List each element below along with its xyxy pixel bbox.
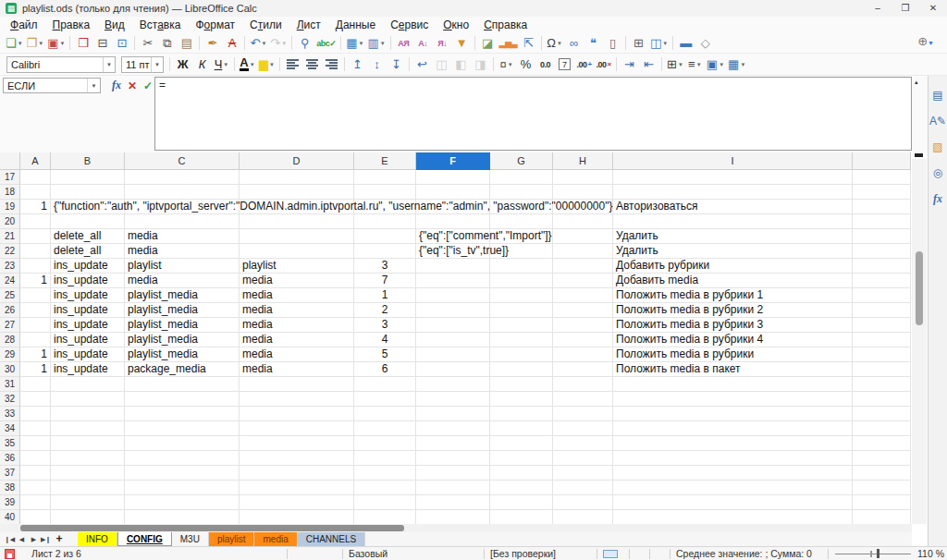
- insert-column-button[interactable]: ▥▼: [367, 34, 387, 53]
- dropdown-arrow-icon[interactable]: ▼: [359, 41, 364, 46]
- cell-I20[interactable]: [613, 214, 853, 229]
- column-header-C[interactable]: C: [125, 152, 240, 170]
- sheet-tab-media[interactable]: media: [254, 532, 297, 546]
- row-header-21[interactable]: 21: [0, 229, 20, 244]
- cell-filler[interactable]: [853, 303, 911, 318]
- align-right-button[interactable]: [323, 55, 340, 74]
- cell-C17[interactable]: [125, 170, 240, 185]
- clone-formatting-button[interactable]: ✒: [203, 34, 221, 53]
- cell-E37[interactable]: [354, 466, 416, 481]
- cell-E22[interactable]: [354, 244, 416, 259]
- cell-I38[interactable]: [613, 481, 853, 495]
- print-area-button[interactable]: ⊞: [630, 34, 647, 53]
- add-decimal-button[interactable]: .00+: [575, 55, 593, 74]
- dropdown-arrow-icon[interactable]: ▼: [18, 41, 23, 46]
- remove-decimal-button[interactable]: .00×: [595, 55, 612, 74]
- cell-C22[interactable]: media: [125, 244, 240, 259]
- wrap-text-button[interactable]: ↩: [413, 55, 431, 74]
- cell-F38[interactable]: [416, 481, 490, 495]
- center-vertically-button[interactable]: ↕: [368, 55, 386, 74]
- cell-B35[interactable]: [51, 436, 125, 451]
- cell-I36[interactable]: [613, 451, 853, 466]
- cell-H35[interactable]: [553, 436, 613, 451]
- cell-filler[interactable]: [853, 244, 911, 259]
- row-header-29[interactable]: 29: [0, 347, 20, 362]
- cell-E34[interactable]: [354, 421, 416, 436]
- cell-E21[interactable]: [354, 229, 416, 244]
- cell-E25[interactable]: 1: [354, 288, 416, 303]
- cell-filler[interactable]: [853, 362, 911, 377]
- cell-E24[interactable]: 7: [354, 274, 416, 288]
- cell-filler[interactable]: [853, 333, 911, 347]
- cell-E28[interactable]: 4: [354, 333, 416, 347]
- cell-F18[interactable]: [416, 185, 490, 200]
- dropdown-arrow-icon[interactable]: ▼: [223, 62, 228, 67]
- cell-E17[interactable]: [354, 170, 416, 185]
- cell-D20[interactable]: [240, 214, 354, 229]
- sheet-tab-playlist[interactable]: playlist: [209, 532, 255, 546]
- cell-A38[interactable]: [20, 481, 51, 495]
- cell-E32[interactable]: [354, 392, 416, 407]
- page-style[interactable]: Базовый: [349, 548, 387, 560]
- cell-filler[interactable]: [853, 421, 911, 436]
- cell-C27[interactable]: playlist_media: [125, 318, 240, 333]
- cell-H25[interactable]: [553, 288, 613, 303]
- cell-G30[interactable]: [490, 362, 553, 377]
- cell-F31[interactable]: [416, 377, 490, 392]
- undo-button[interactable]: ↶▼: [249, 34, 267, 53]
- accept-button[interactable]: ✓: [141, 78, 155, 93]
- cell-I31[interactable]: [613, 377, 853, 392]
- cell-E18[interactable]: [354, 185, 416, 200]
- save-button[interactable]: ▣▼: [46, 34, 66, 53]
- font-color-button[interactable]: А▼: [239, 55, 256, 74]
- cell-D34[interactable]: [240, 421, 354, 436]
- cell-D26[interactable]: media: [240, 303, 354, 318]
- cell-H20[interactable]: [553, 214, 613, 229]
- column-header-G[interactable]: G: [490, 152, 553, 170]
- cell-F22[interactable]: {"eq":["is_tv",true]}: [416, 244, 490, 259]
- freeze-panes-button[interactable]: ◫▼: [649, 34, 669, 53]
- border-style-button[interactable]: ≡▼: [686, 55, 704, 74]
- cell-G17[interactable]: [490, 170, 553, 185]
- column-header-D[interactable]: D: [240, 152, 354, 170]
- validity[interactable]: [Без проверки]: [490, 548, 556, 560]
- cell-filler[interactable]: [853, 407, 911, 421]
- restore-button[interactable]: ❐: [892, 0, 919, 17]
- close-button[interactable]: ✕: [919, 0, 947, 17]
- cell-B27[interactable]: ins_update: [51, 318, 125, 333]
- menu-item-insert[interactable]: Вставка: [132, 18, 189, 32]
- cell-C31[interactable]: [125, 377, 240, 392]
- cell-A39[interactable]: [20, 495, 51, 510]
- cell-A36[interactable]: [20, 451, 51, 466]
- dropdown-arrow-icon[interactable]: ▼: [557, 41, 562, 46]
- cell-I28[interactable]: Положить media в рубрики 4: [613, 333, 853, 347]
- cell-H21[interactable]: [553, 229, 613, 244]
- percent-format-button[interactable]: %: [517, 55, 535, 74]
- row-header-38[interactable]: 38: [0, 481, 20, 495]
- conditional-formatting-button[interactable]: ▦▼: [727, 55, 746, 74]
- sort-descending-button[interactable]: Я↓: [434, 34, 451, 53]
- zoom-level[interactable]: 110 %: [917, 548, 944, 560]
- cell-B40[interactable]: [51, 510, 125, 524]
- cell-E33[interactable]: [354, 407, 416, 421]
- cell-C29[interactable]: playlist_media: [125, 347, 240, 362]
- cell-G25[interactable]: [490, 288, 553, 303]
- cell-C25[interactable]: playlist_media: [125, 288, 240, 303]
- cell-H18[interactable]: [553, 185, 613, 200]
- cell-I25[interactable]: Положить media в рубрики 1: [613, 288, 853, 303]
- row-header-33[interactable]: 33: [0, 407, 20, 421]
- cell-E36[interactable]: [354, 451, 416, 466]
- row-header-27[interactable]: 27: [0, 318, 20, 333]
- cell-A22[interactable]: [20, 244, 51, 259]
- dropdown-arrow-icon[interactable]: ▼: [508, 62, 513, 67]
- column-header-filler[interactable]: [853, 152, 911, 170]
- cell-F34[interactable]: [416, 421, 490, 436]
- menu-item-data[interactable]: Данные: [328, 18, 383, 32]
- document-modified-icon[interactable]: [5, 549, 15, 559]
- menu-item-styles[interactable]: Стили: [242, 18, 289, 32]
- cell-C28[interactable]: playlist_media: [125, 333, 240, 347]
- align-bottom-button[interactable]: ↧: [387, 55, 405, 74]
- first-sheet-button[interactable]: ❙◀: [4, 536, 16, 543]
- comment-button[interactable]: ❝: [584, 34, 602, 53]
- cell-filler[interactable]: [853, 274, 911, 288]
